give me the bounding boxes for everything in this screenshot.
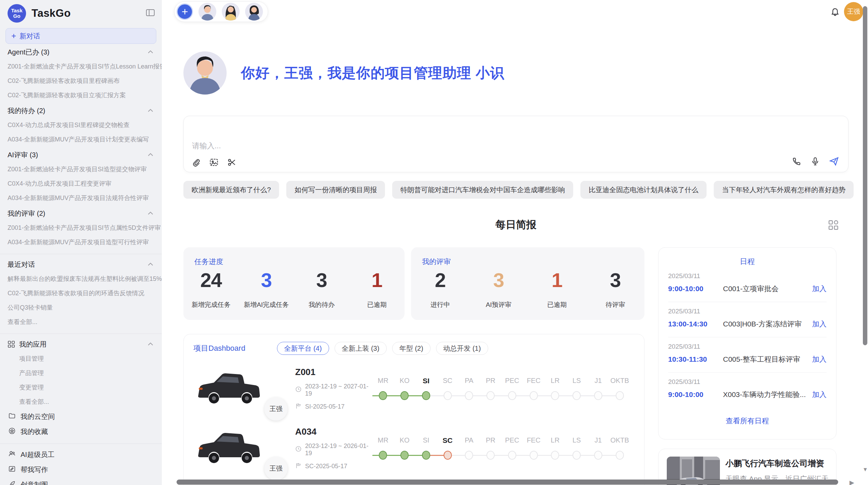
sidebar-item-ai-super-staff[interactable]: AI超级员工 [8, 447, 162, 462]
sidebar-item-favorites[interactable]: 我的收藏 [8, 424, 162, 439]
view-all-schedule-link[interactable]: 查看所有日程 [668, 416, 827, 426]
user-avatar[interactable]: 王强 [844, 2, 863, 21]
sidebar-item-my-apps[interactable]: 我的应用 [8, 337, 154, 351]
add-agent-button[interactable]: + [177, 3, 193, 20]
milestone-node[interactable] [616, 451, 624, 460]
milestone-node[interactable] [400, 451, 409, 460]
schedule-event[interactable]: 2025/03/1110:30-11:30C005-整车工程目标评审加入 [668, 337, 827, 373]
milestone-node[interactable] [379, 391, 387, 400]
sidebar-item[interactable]: Z001-全新燃油皮卡产品开发项目SI节点Lesson Learn报告 [8, 59, 162, 74]
join-link[interactable]: 加入 [812, 319, 827, 329]
sidebar-group-header[interactable]: AI评审 (3) [8, 148, 154, 162]
sidebar-item[interactable]: A034-全新新能源MUV产品开发项目法规符合性评审 [8, 191, 162, 205]
sidebar-item[interactable]: C0X4-动力总成开发项目工程变更评审 [8, 176, 162, 191]
milestone-node[interactable] [444, 391, 452, 400]
sidebar-item[interactable]: Z001-全新燃油轻卡产品开发项目SI节点属性5D文件评审 [8, 221, 162, 235]
notification-bell-icon[interactable] [830, 7, 841, 19]
milestone-node[interactable] [465, 451, 473, 460]
join-link[interactable]: 加入 [812, 284, 827, 294]
sidebar-item[interactable]: 公司Q3轻卡销量 [8, 300, 162, 315]
scissors-icon[interactable] [227, 158, 237, 167]
sidebar-group-header[interactable]: Agent已办 (3) [8, 45, 154, 59]
project-row-z001[interactable]: 王强 Z001 2023-12-19 ~ 2027-01-19 SI-2025-… [184, 361, 644, 416]
chevron-up-icon[interactable] [147, 107, 154, 114]
scroll-right-arrow[interactable]: ▶ [849, 479, 854, 485]
sidebar-item-creative-draw[interactable]: 创意制图 [8, 477, 162, 485]
agent-avatar-1[interactable] [198, 3, 216, 21]
dashboard-tab[interactable]: 全新上装 (3) [335, 342, 387, 355]
join-link[interactable]: 加入 [812, 390, 827, 399]
sidebar-item-help-write[interactable]: 帮我写作 [8, 462, 162, 477]
sidebar-group-header[interactable]: 我的评审 (2) [8, 206, 154, 221]
sidebar-app-item[interactable]: 变更管理 [19, 380, 162, 395]
milestone-node[interactable] [465, 391, 473, 400]
join-link[interactable]: 加入 [812, 355, 827, 364]
milestone-node[interactable] [400, 391, 409, 400]
milestone-node[interactable] [379, 451, 387, 460]
milestone-node[interactable] [594, 451, 602, 460]
milestone-node[interactable] [616, 391, 624, 400]
suggestion-chip[interactable]: 特朗普可能对进口汽车增税会对中国车企造成哪些影响 [392, 181, 573, 199]
sidebar-group-header[interactable]: 我的待办 (2) [8, 103, 154, 118]
sidebar-item[interactable]: C02-飞腾新能源轻客改款项目的闭环通告反馈情况 [8, 286, 162, 300]
image-icon[interactable] [209, 158, 219, 167]
milestone-node[interactable] [444, 451, 452, 460]
sidebar-group-header[interactable]: 最近对话 [8, 257, 154, 272]
schedule-event[interactable]: 2025/03/1113:00-14:30C003|H0B-方案冻结评审加入 [668, 302, 827, 337]
milestone-node[interactable] [551, 451, 559, 460]
agent-avatar-3[interactable] [245, 3, 263, 21]
sidebar-app-item[interactable]: 查看全部... [19, 395, 162, 409]
agent-avatar-2[interactable] [222, 3, 240, 21]
sidebar-app-item[interactable]: 项目管理 [19, 351, 162, 366]
suggestion-chip[interactable]: 比亚迪全固态电池计划具体说了什么 [580, 181, 707, 199]
milestone-node[interactable] [486, 391, 495, 400]
milestone-node[interactable] [572, 391, 581, 400]
sidebar-item[interactable]: C02-飞腾新能源轻客改款项目立项汇报方案 [8, 88, 162, 102]
sidebar-item-cloud-space[interactable]: 我的云空间 [8, 409, 162, 424]
milestone-node[interactable] [422, 391, 430, 400]
milestone-node[interactable] [508, 451, 516, 460]
chat-input-placeholder[interactable]: 请输入... [192, 141, 221, 151]
sidebar-item[interactable]: C0X4-动力总成开发项目SI里程碑提交物检查 [8, 118, 162, 132]
send-icon[interactable] [829, 156, 839, 166]
suggestion-chip[interactable]: 当下年轻人对汽车外观有怎样的喜好趋势 [714, 181, 854, 199]
suggestion-chip[interactable]: 如何写一份清晰的项目周报 [286, 181, 385, 199]
horizontal-scrollbar[interactable] [177, 480, 838, 485]
milestone-node[interactable] [594, 391, 602, 400]
sidebar-item[interactable]: A034-全新新能源MUV产品开发项目计划变更表编写 [8, 132, 162, 147]
sidebar-item[interactable]: A034-全新新能源MUV产品开发项目造型可行性评审 [8, 235, 162, 249]
suggestion-chip[interactable]: 欧洲新规最近颁布了什么? [183, 181, 279, 199]
dashboard-tab[interactable]: 年型 (2) [392, 342, 431, 355]
sidebar-item[interactable]: 查看全部... [8, 315, 162, 329]
briefing-layout-icon[interactable] [828, 219, 839, 232]
schedule-event[interactable]: 2025/03/119:00-10:00X003-车辆动力学性能验...加入 [668, 373, 827, 408]
milestone-node[interactable] [551, 391, 559, 400]
chevron-up-icon[interactable] [147, 48, 154, 56]
attachment-icon[interactable] [191, 158, 201, 167]
sidebar-item[interactable]: Z001-全新燃油轻卡产品开发项目SI造型提交物评审 [8, 162, 162, 176]
sidebar-app-item[interactable]: 产品管理 [19, 366, 162, 380]
milestone-node[interactable] [508, 391, 516, 400]
chevron-up-icon[interactable] [147, 261, 154, 268]
milestone-node[interactable] [422, 451, 430, 460]
sidebar-collapse-icon[interactable] [146, 9, 155, 18]
chat-composer[interactable]: 请输入... [183, 116, 848, 172]
scroll-down-arrow[interactable]: ▼ [863, 467, 868, 473]
vertical-scrollbar[interactable] [863, 6, 867, 345]
chevron-up-icon[interactable] [147, 151, 154, 159]
milestone-node[interactable] [530, 391, 538, 400]
milestone-node[interactable] [486, 451, 495, 460]
new-chat-button[interactable]: + 新对话 [5, 28, 156, 44]
phone-icon[interactable] [792, 157, 801, 166]
schedule-event[interactable]: 2025/03/119:00-10:00C001-立项审批会加入 [668, 267, 827, 302]
chevron-up-icon[interactable] [147, 340, 154, 348]
microphone-icon[interactable] [810, 157, 820, 166]
sidebar-item[interactable]: C02-飞腾新能源轻客改款项目里程碑画布 [8, 74, 162, 88]
milestone-node[interactable] [530, 451, 538, 460]
sidebar-item[interactable]: 解释最新出台的欧盟报废车法规再生塑料比例被调至15%... [8, 272, 162, 286]
milestone-node[interactable] [572, 451, 581, 460]
project-row-a034[interactable]: 王强 A034 2023-12-19 ~ 2026-01-19 SC-2025-… [184, 421, 644, 476]
chevron-up-icon[interactable] [147, 210, 154, 217]
dashboard-tab[interactable]: 全新平台 (4) [277, 342, 329, 355]
dashboard-tab[interactable]: 动总开发 (1) [436, 342, 488, 355]
